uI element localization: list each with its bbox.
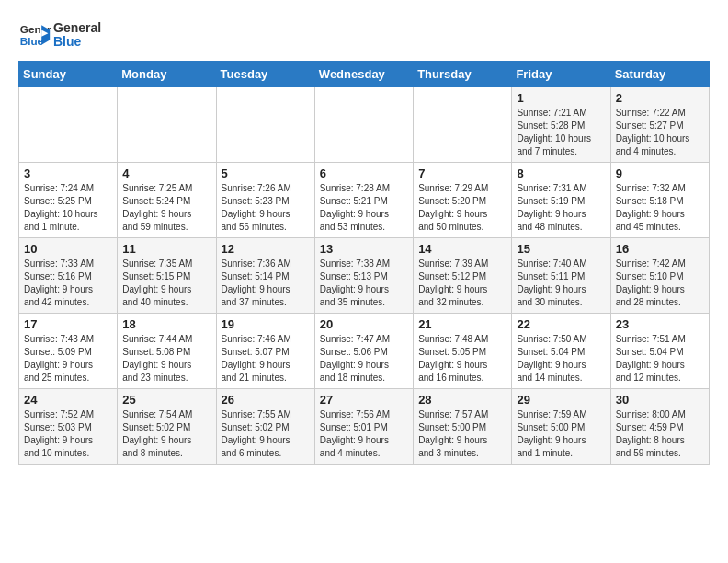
week-row-1: 1Sunrise: 7:21 AM Sunset: 5:28 PM Daylig… xyxy=(19,87,710,163)
day-info: Sunrise: 7:24 AM Sunset: 5:25 PM Dayligh… xyxy=(24,182,112,234)
weekday-header-saturday: Saturday xyxy=(610,62,709,87)
day-cell: 6Sunrise: 7:28 AM Sunset: 5:21 PM Daylig… xyxy=(314,163,413,238)
day-number: 21 xyxy=(418,317,506,331)
day-cell: 19Sunrise: 7:46 AM Sunset: 5:07 PM Dayli… xyxy=(216,314,314,389)
weekday-header-tuesday: Tuesday xyxy=(216,62,314,87)
day-cell: 9Sunrise: 7:32 AM Sunset: 5:18 PM Daylig… xyxy=(610,163,709,238)
calendar-table: SundayMondayTuesdayWednesdayThursdayFrid… xyxy=(18,61,710,465)
day-cell: 2Sunrise: 7:22 AM Sunset: 5:27 PM Daylig… xyxy=(610,87,709,163)
day-number: 23 xyxy=(616,317,704,331)
week-row-5: 24Sunrise: 7:52 AM Sunset: 5:03 PM Dayli… xyxy=(19,389,710,465)
day-cell xyxy=(314,87,413,163)
day-number: 5 xyxy=(222,167,310,180)
day-number: 15 xyxy=(517,242,605,256)
day-info: Sunrise: 7:35 AM Sunset: 5:15 PM Dayligh… xyxy=(122,258,210,309)
day-info: Sunrise: 7:44 AM Sunset: 5:08 PM Dayligh… xyxy=(122,333,210,385)
day-cell: 10Sunrise: 7:33 AM Sunset: 5:16 PM Dayli… xyxy=(19,238,118,314)
logo-icon: General Blue xyxy=(18,18,51,52)
day-number: 14 xyxy=(418,242,506,256)
day-number: 16 xyxy=(616,242,704,256)
day-info: Sunrise: 7:55 AM Sunset: 5:02 PM Dayligh… xyxy=(222,408,310,460)
day-info: Sunrise: 7:43 AM Sunset: 5:09 PM Dayligh… xyxy=(24,333,112,385)
day-cell: 25Sunrise: 7:54 AM Sunset: 5:02 PM Dayli… xyxy=(118,389,216,465)
day-cell: 26Sunrise: 7:55 AM Sunset: 5:02 PM Dayli… xyxy=(216,389,314,465)
day-number: 25 xyxy=(122,393,210,407)
day-number: 26 xyxy=(222,393,310,407)
day-number: 2 xyxy=(616,91,704,105)
day-info: Sunrise: 7:48 AM Sunset: 5:05 PM Dayligh… xyxy=(418,333,506,385)
day-number: 7 xyxy=(418,167,506,180)
day-info: Sunrise: 7:46 AM Sunset: 5:07 PM Dayligh… xyxy=(222,333,310,385)
day-cell: 4Sunrise: 7:25 AM Sunset: 5:24 PM Daylig… xyxy=(118,163,216,238)
week-row-2: 3Sunrise: 7:24 AM Sunset: 5:25 PM Daylig… xyxy=(19,163,710,238)
week-row-3: 10Sunrise: 7:33 AM Sunset: 5:16 PM Dayli… xyxy=(19,238,710,314)
logo-text-blue: Blue xyxy=(53,35,101,49)
day-info: Sunrise: 7:54 AM Sunset: 5:02 PM Dayligh… xyxy=(122,408,210,460)
day-info: Sunrise: 8:00 AM Sunset: 4:59 PM Dayligh… xyxy=(616,408,704,460)
day-cell: 28Sunrise: 7:57 AM Sunset: 5:00 PM Dayli… xyxy=(414,389,512,465)
day-cell xyxy=(19,87,118,163)
logo-text-general: General xyxy=(53,21,101,35)
logo: General Blue General Blue xyxy=(18,18,101,52)
day-number: 30 xyxy=(616,393,704,407)
day-number: 24 xyxy=(24,393,112,407)
day-info: Sunrise: 7:50 AM Sunset: 5:04 PM Dayligh… xyxy=(517,333,605,385)
day-info: Sunrise: 7:59 AM Sunset: 5:00 PM Dayligh… xyxy=(517,408,605,460)
day-number: 13 xyxy=(320,242,408,256)
day-number: 4 xyxy=(122,167,210,180)
day-number: 18 xyxy=(122,317,210,331)
day-number: 20 xyxy=(320,317,408,331)
day-info: Sunrise: 7:25 AM Sunset: 5:24 PM Dayligh… xyxy=(122,182,210,234)
day-info: Sunrise: 7:57 AM Sunset: 5:00 PM Dayligh… xyxy=(418,408,506,460)
day-cell: 21Sunrise: 7:48 AM Sunset: 5:05 PM Dayli… xyxy=(414,314,512,389)
day-number: 8 xyxy=(517,167,605,180)
day-info: Sunrise: 7:52 AM Sunset: 5:03 PM Dayligh… xyxy=(24,408,112,460)
day-info: Sunrise: 7:36 AM Sunset: 5:14 PM Dayligh… xyxy=(222,258,310,309)
day-cell: 13Sunrise: 7:38 AM Sunset: 5:13 PM Dayli… xyxy=(314,238,413,314)
day-cell: 29Sunrise: 7:59 AM Sunset: 5:00 PM Dayli… xyxy=(512,389,610,465)
day-cell: 23Sunrise: 7:51 AM Sunset: 5:04 PM Dayli… xyxy=(610,314,709,389)
day-number: 6 xyxy=(320,167,408,180)
day-cell: 11Sunrise: 7:35 AM Sunset: 5:15 PM Dayli… xyxy=(118,238,216,314)
day-cell: 27Sunrise: 7:56 AM Sunset: 5:01 PM Dayli… xyxy=(314,389,413,465)
day-cell: 5Sunrise: 7:26 AM Sunset: 5:23 PM Daylig… xyxy=(216,163,314,238)
day-info: Sunrise: 7:26 AM Sunset: 5:23 PM Dayligh… xyxy=(222,182,310,234)
day-info: Sunrise: 7:51 AM Sunset: 5:04 PM Dayligh… xyxy=(616,333,704,385)
day-info: Sunrise: 7:22 AM Sunset: 5:27 PM Dayligh… xyxy=(616,107,704,158)
day-info: Sunrise: 7:38 AM Sunset: 5:13 PM Dayligh… xyxy=(320,258,408,309)
svg-text:Blue: Blue xyxy=(20,35,44,47)
weekday-header-row: SundayMondayTuesdayWednesdayThursdayFrid… xyxy=(19,62,710,87)
day-number: 12 xyxy=(222,242,310,256)
day-number: 10 xyxy=(24,242,112,256)
day-info: Sunrise: 7:47 AM Sunset: 5:06 PM Dayligh… xyxy=(320,333,408,385)
day-cell: 22Sunrise: 7:50 AM Sunset: 5:04 PM Dayli… xyxy=(512,314,610,389)
day-cell: 18Sunrise: 7:44 AM Sunset: 5:08 PM Dayli… xyxy=(118,314,216,389)
day-cell: 3Sunrise: 7:24 AM Sunset: 5:25 PM Daylig… xyxy=(19,163,118,238)
day-info: Sunrise: 7:56 AM Sunset: 5:01 PM Dayligh… xyxy=(320,408,408,460)
week-row-4: 17Sunrise: 7:43 AM Sunset: 5:09 PM Dayli… xyxy=(19,314,710,389)
day-number: 11 xyxy=(122,242,210,256)
header: General Blue General Blue xyxy=(18,18,710,52)
day-cell xyxy=(118,87,216,163)
weekday-header-thursday: Thursday xyxy=(414,62,512,87)
day-info: Sunrise: 7:39 AM Sunset: 5:12 PM Dayligh… xyxy=(418,258,506,309)
day-info: Sunrise: 7:42 AM Sunset: 5:10 PM Dayligh… xyxy=(616,258,704,309)
day-number: 22 xyxy=(517,317,605,331)
day-cell: 14Sunrise: 7:39 AM Sunset: 5:12 PM Dayli… xyxy=(414,238,512,314)
day-number: 29 xyxy=(517,393,605,407)
day-info: Sunrise: 7:31 AM Sunset: 5:19 PM Dayligh… xyxy=(517,182,605,234)
day-cell: 15Sunrise: 7:40 AM Sunset: 5:11 PM Dayli… xyxy=(512,238,610,314)
day-info: Sunrise: 7:29 AM Sunset: 5:20 PM Dayligh… xyxy=(418,182,506,234)
day-cell: 30Sunrise: 8:00 AM Sunset: 4:59 PM Dayli… xyxy=(610,389,709,465)
day-cell: 24Sunrise: 7:52 AM Sunset: 5:03 PM Dayli… xyxy=(19,389,118,465)
day-cell: 1Sunrise: 7:21 AM Sunset: 5:28 PM Daylig… xyxy=(512,87,610,163)
day-info: Sunrise: 7:32 AM Sunset: 5:18 PM Dayligh… xyxy=(616,182,704,234)
weekday-header-friday: Friday xyxy=(512,62,610,87)
day-number: 17 xyxy=(24,317,112,331)
day-cell xyxy=(216,87,314,163)
day-info: Sunrise: 7:28 AM Sunset: 5:21 PM Dayligh… xyxy=(320,182,408,234)
day-info: Sunrise: 7:40 AM Sunset: 5:11 PM Dayligh… xyxy=(517,258,605,309)
weekday-header-sunday: Sunday xyxy=(19,62,118,87)
day-number: 3 xyxy=(24,167,112,180)
day-info: Sunrise: 7:21 AM Sunset: 5:28 PM Dayligh… xyxy=(517,107,605,158)
